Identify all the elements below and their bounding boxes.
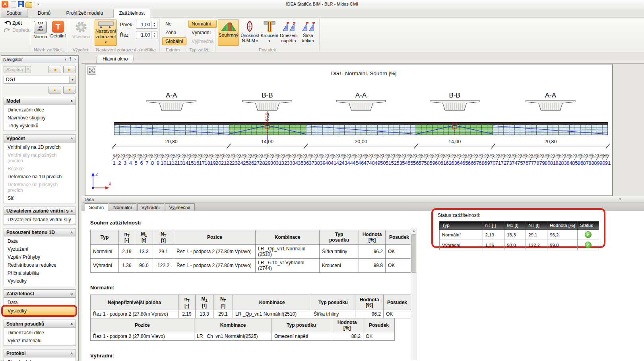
previous-item-button[interactable]: ▲ — [48, 86, 61, 94]
nav-item-dimenza-n-d-lce[interactable]: Dimenzační dílce — [4, 329, 76, 337]
nav-item-v-sledky[interactable]: Výsledky — [4, 306, 76, 315]
collapse-chevron-icon[interactable]: « — [70, 209, 74, 212]
nav-section-title: Zatížitelnost — [6, 291, 34, 297]
collapse-chevron-icon[interactable]: « — [70, 100, 74, 102]
detailni-button[interactable]: T Detailní — [50, 20, 67, 40]
column-header: Kombinace — [194, 318, 272, 332]
tab-hlavni-okno[interactable]: Hlavní okno — [96, 55, 134, 63]
extrem-globalni-option[interactable]: Globální — [162, 37, 186, 45]
nav-item-vzp-r-pr-hyby[interactable]: Vzpěr/ Průhyby — [4, 253, 76, 261]
collapse-chevron-icon[interactable]: « — [70, 322, 74, 325]
nav-item-v-kaz-materi-lu[interactable]: Výkaz materiálu — [4, 337, 76, 345]
nav-item-t-dy-v-sledk-[interactable]: Třídy výsledků — [4, 122, 76, 130]
cell: OK — [386, 245, 413, 259]
tab-prohlizec-modelu[interactable]: Prohlížeč modelu — [61, 9, 108, 18]
nav-item-list: DataVýsledky — [4, 298, 76, 316]
element-number: 9 — [157, 160, 159, 166]
group-label: Posudek — [215, 47, 319, 52]
nastaveni-zobrazeni-button[interactable]: Nastavení zobrazení — [95, 20, 117, 46]
element-number: 84 — [566, 160, 572, 166]
tab-vyjimecna[interactable]: Výjimečná — [165, 203, 195, 211]
element-number: 73 — [506, 160, 512, 166]
nav-item-v-sledky[interactable]: Výsledky — [4, 277, 76, 285]
collapse-chevron-icon[interactable]: « — [70, 292, 74, 295]
extrem-ne-option[interactable]: Ne — [162, 20, 186, 28]
vertical-scrollbar[interactable]: ▲ — [411, 228, 417, 360]
scrollbar-thumb[interactable] — [411, 234, 416, 273]
nav-item-u-ivatelem-zadan-vnit-n-s-ly[interactable]: Uživatelem zadané vnitřní síly — [4, 216, 76, 224]
element-number: 26 — [248, 160, 254, 166]
nav-item-standardn-[interactable]: Standardní — [4, 358, 76, 361]
nav-section-header[interactable]: Výpočet« — [4, 134, 76, 142]
vyhradni-heading: Výhradní: — [90, 353, 644, 359]
nav-section-header[interactable]: Zatížitelnost« — [4, 289, 76, 298]
scroll-up-icon[interactable]: ▲ — [411, 228, 417, 233]
stress-limit-icon — [282, 20, 295, 32]
collapse-chevron-icon[interactable]: « — [70, 231, 74, 233]
panel-menu-icon[interactable]: ▾ — [64, 57, 66, 61]
nav-section-header[interactable]: Model« — [4, 97, 76, 105]
unosnost-nmm-button[interactable]: Únosnost N-M-M — [241, 20, 259, 44]
typ-normalni-option[interactable]: Normální — [188, 20, 217, 28]
nav-item-vnit-n-s-ly-na-1d-prvc-ch[interactable]: Vnitřní síly na 1D prvcích — [4, 143, 76, 151]
nav-item-dimenza-n-d-lce[interactable]: Dimenzační dílce — [4, 106, 76, 114]
collapse-panel-icon[interactable]: ▼ — [619, 197, 622, 201]
norma-button[interactable]: 1,15 90 25.8 Norma — [33, 20, 48, 41]
design-group-combobox[interactable]: DG1 ▼ — [4, 76, 76, 84]
element-number: 38 — [314, 160, 320, 166]
nav-item-n-vrhov-skupiny[interactable]: Návrhové skupiny — [4, 114, 76, 122]
tab-zatizitelnost[interactable]: Zatížitelnost — [113, 9, 150, 18]
tab-vyhradni[interactable]: Výhradní — [137, 203, 164, 211]
span-length-label: 20,80 — [544, 139, 557, 144]
element-number: 91 — [605, 160, 611, 166]
gear-icon — [75, 21, 87, 33]
cell: 122,2 — [526, 240, 547, 250]
nav-item-data[interactable]: Data — [4, 299, 76, 306]
prvek-scale-spinner[interactable]: 1,00 ▲▼ — [136, 21, 157, 29]
spinner-arrows-icon[interactable]: ▲▼ — [151, 21, 157, 28]
nav-item-redistribuce-a-redukce[interactable]: Redistribuce a redukce — [4, 261, 76, 269]
next-group-button[interactable]: ▶ — [63, 66, 76, 73]
close-panel-icon[interactable]: × — [74, 57, 76, 61]
sirka-trhlin-button[interactable]: Šířka trhlin — [299, 20, 317, 44]
nav-item-data[interactable]: Data — [4, 237, 76, 245]
extrem-zona-option[interactable]: Zóna — [162, 29, 186, 37]
nav-item-deformace-na-1d-prvc-ch[interactable]: Deformace na 1D prvcích — [4, 173, 76, 181]
previous-group-button[interactable]: ◀ — [48, 66, 61, 73]
dropdown-arrow-icon[interactable]: ▼ — [69, 76, 76, 83]
nav-section-header[interactable]: Protokol« — [4, 349, 76, 357]
omezeni-napeti-button[interactable]: Omezení napětí — [280, 20, 298, 44]
nav-item-p-n-stabilita[interactable]: Příčná stabilita — [4, 269, 76, 277]
model-viewport[interactable]: DG1. Normální. Souhrn [%]A-AB-BA-AB-BA-A… — [85, 64, 613, 196]
navigator-title: Navigátor — [3, 57, 23, 62]
element-number: 54 — [402, 160, 407, 166]
pin-icon[interactable] — [69, 57, 72, 62]
tab-souhrn[interactable]: Souhrn — [85, 203, 108, 211]
collapse-chevron-icon[interactable]: « — [70, 352, 74, 354]
tab-normalni[interactable]: Normální — [109, 203, 136, 211]
nav-item-vyztu-en-[interactable]: Vyztužení — [4, 245, 76, 253]
undo-button[interactable]: Zpět — [2, 20, 23, 27]
krouceni-button[interactable]: Kroucení — [261, 20, 278, 44]
rez-scale-spinner[interactable]: 1,00 ▲▼ — [136, 31, 157, 39]
souhrnny-button[interactable]: Souhrnný — [218, 20, 239, 46]
nav-section-header[interactable]: Posouzení betonu 1D« — [4, 228, 76, 236]
collapse-chevron-icon[interactable]: « — [70, 137, 74, 139]
element-number: 46 — [358, 160, 364, 166]
column-header: Typ posudku — [272, 318, 331, 332]
nav-item-s-[interactable]: Síť — [4, 194, 76, 202]
tab-soubor[interactable]: Soubor — [1, 9, 27, 18]
element-number: 25 — [243, 160, 248, 166]
typ-vyhradni-option[interactable]: Výhradní — [188, 29, 217, 37]
coordinate-axes-icon: Z X — [89, 171, 114, 191]
spinner-arrows-icon[interactable]: ▲▼ — [151, 31, 157, 39]
section-label: A-A — [355, 92, 367, 99]
nav-section-header[interactable]: Souhrn posudků« — [4, 320, 76, 328]
interaction-diagram-icon — [244, 20, 256, 32]
tab-domu[interactable]: Domů — [33, 9, 56, 18]
column-header: Pozice — [91, 318, 194, 332]
fit-view-button[interactable] — [87, 66, 96, 75]
next-item-button[interactable]: ▼ — [63, 86, 76, 94]
element-number: 74 — [512, 160, 517, 166]
nav-section-header[interactable]: Uživatelem zadané vnitřní s« — [4, 207, 76, 215]
